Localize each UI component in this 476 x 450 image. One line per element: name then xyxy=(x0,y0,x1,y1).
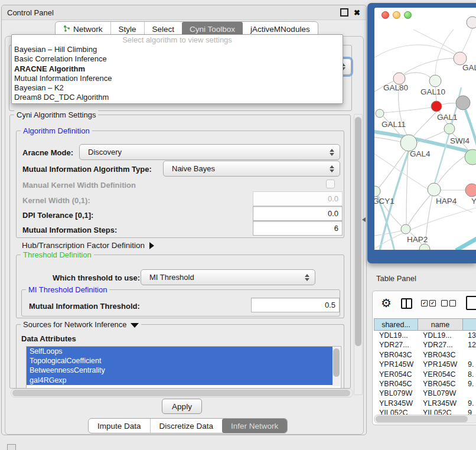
algorithm-item-mutual-information-inference[interactable]: Mutual Information Inference xyxy=(12,74,343,83)
node-gcy1[interactable] xyxy=(374,186,380,197)
algorithm-item-dream8-dc-tdc-algorithm[interactable]: Dream8 DC_TDC Algorithm xyxy=(12,93,343,102)
which-threshold-label: Which threshold to use: xyxy=(53,273,140,282)
network-edge[interactable] xyxy=(406,151,408,224)
apply-button[interactable]: Apply xyxy=(162,399,202,414)
kernel-width-label: Kernel Width (0,1): xyxy=(22,196,90,205)
sources-title[interactable]: Sources for Network Inference xyxy=(21,320,141,329)
mi-algorithm-type-combo[interactable]: Naive Bayes xyxy=(163,161,340,177)
table-cell: YDL19... xyxy=(374,331,418,340)
network-icon xyxy=(63,25,70,34)
kernel-width-field[interactable]: 0.0 xyxy=(253,191,343,206)
network-edge[interactable] xyxy=(413,112,436,136)
network-edge[interactable] xyxy=(404,58,455,74)
aracne-mode-combo[interactable]: Discovery xyxy=(79,144,340,160)
which-threshold-combo[interactable]: MI Threshold xyxy=(141,269,315,285)
table-horizontal-scrollbar[interactable] xyxy=(374,415,476,423)
algorithm-item-bayesian-k2[interactable]: Bayesian – K2 xyxy=(12,83,343,93)
algorithm-items: Bayesian – Hill ClimbingBasic Correlatio… xyxy=(12,45,343,103)
window-close-icon[interactable] xyxy=(382,11,389,19)
network-edge[interactable] xyxy=(374,45,455,64)
network-edge[interactable] xyxy=(461,28,472,54)
algorithm-item-bayesian-hill-climbing[interactable]: Bayesian – Hill Climbing xyxy=(12,45,343,54)
settings-horizontal-scrollbar[interactable] xyxy=(11,389,353,397)
tab-discretize-data[interactable]: Discretize Data xyxy=(150,419,223,433)
table-row[interactable]: YBR045CYBR045C9. xyxy=(374,379,476,389)
window-zoom-icon[interactable] xyxy=(404,11,412,19)
combo-arrows-icon xyxy=(305,274,309,281)
close-panel-icon[interactable]: ✖ xyxy=(354,9,360,17)
window-minimize-icon[interactable] xyxy=(393,11,400,19)
node-gal1[interactable] xyxy=(444,123,455,134)
node-gal11[interactable] xyxy=(376,109,384,118)
node-red[interactable] xyxy=(431,101,442,112)
node-partial-bottom[interactable] xyxy=(419,244,430,250)
attribute-betweennesscentrality[interactable]: BetweennessCentrality xyxy=(27,366,332,375)
table-panel-title: Table Panel xyxy=(376,274,416,283)
node-hap4[interactable] xyxy=(428,183,441,196)
table-cell: YBR043C xyxy=(418,350,462,360)
manual-kernel-width-checkbox[interactable] xyxy=(326,180,335,188)
network-edge[interactable] xyxy=(405,73,431,78)
algorithm-item-aracne-algorithm[interactable]: ARACNE Algorithm xyxy=(12,64,343,74)
data-attributes-list[interactable]: SelfLoopsTopologicalCoefficientBetweenne… xyxy=(26,346,341,389)
node-salmon[interactable] xyxy=(465,184,476,197)
node-hap2[interactable] xyxy=(401,224,410,234)
table-row[interactable]: YPR145WYPR145W9. xyxy=(374,360,476,369)
column-header-shared-[interactable]: shared... xyxy=(374,318,418,331)
minimized-panel-icon[interactable] xyxy=(7,444,16,450)
float-panel-icon[interactable] xyxy=(340,8,348,17)
dpi-tolerance-field[interactable]: 0.0 xyxy=(253,206,343,221)
columns-icon[interactable] xyxy=(401,298,412,309)
mi-threshold-field[interactable]: 0.5 xyxy=(251,298,340,312)
table-cell xyxy=(462,389,476,398)
splitter-collapse-icon[interactable] xyxy=(362,217,366,222)
table-row[interactable]: YBR043CYBR043C xyxy=(374,350,476,360)
algorithm-definition-title: Algorithm Definition xyxy=(21,126,92,135)
table-row[interactable]: YLR345WYLR345W9. xyxy=(374,399,476,408)
node-gal80[interactable] xyxy=(393,73,405,84)
attributes-scrollbar[interactable] xyxy=(332,347,340,386)
network-edge[interactable] xyxy=(374,171,395,250)
table-row[interactable]: YDR27...YDR27...12 xyxy=(374,340,476,350)
mi-threshold-label: Mutual Information Threshold: xyxy=(29,302,140,311)
network-edge[interactable] xyxy=(408,195,431,225)
table-cell: YER054C xyxy=(374,370,418,379)
network-canvas[interactable]: GALGAL80GAL10GAL11GAL1SWI4GAL4GCY1HAP4YH… xyxy=(374,8,476,250)
node-partial-top[interactable] xyxy=(467,17,476,28)
network-edge[interactable] xyxy=(413,30,460,56)
hub-definition-toggle[interactable]: Hub/Transcription Factor Definition xyxy=(22,241,154,250)
gear-icon[interactable]: ⚙ xyxy=(381,296,392,310)
export-table-icon[interactable] xyxy=(466,296,476,310)
node-gal-partial-label: GAL xyxy=(462,63,476,72)
node-gal80-label: GAL80 xyxy=(383,83,408,92)
table-cell: YBR045C xyxy=(374,379,418,389)
network-edge[interactable] xyxy=(456,239,476,250)
settings-vertical-scrollbar[interactable] xyxy=(354,114,363,395)
table-row[interactable]: YDL19...YDL19...13 xyxy=(374,331,476,340)
tab-impute-data[interactable]: Impute Data xyxy=(89,419,150,433)
algorithm-dropdown-popup: Select algorithm to view settings Bayesi… xyxy=(11,34,343,104)
attribute-gal4rgexp[interactable]: gal4RGexp xyxy=(27,376,332,385)
algorithm-item-basic-correlation-inference[interactable]: Basic Correlation Inference xyxy=(12,54,343,64)
node-gal10[interactable] xyxy=(429,75,441,87)
attribute-selfloops[interactable]: SelfLoops xyxy=(27,347,332,356)
control-panel-title: Control Panel xyxy=(2,8,54,17)
node-gray[interactable] xyxy=(456,96,470,110)
select-all-columns-icon[interactable]: ✓✓ xyxy=(421,300,436,306)
attribute-topologicalcoefficient[interactable]: TopologicalCoefficient xyxy=(27,356,332,366)
table-row[interactable]: YBL079WYBL079W xyxy=(374,389,476,398)
column-header-name[interactable]: name xyxy=(418,318,462,331)
table-cell: YDR27... xyxy=(418,340,462,350)
node-swi4-label: SWI4 xyxy=(450,136,470,145)
node-gal4[interactable] xyxy=(400,135,417,151)
network-view-frame: GALGAL80GAL10GAL11GAL1SWI4GAL4GCY1HAP4YH… xyxy=(367,3,476,263)
unselect-all-columns-icon[interactable] xyxy=(441,300,456,306)
network-edge[interactable] xyxy=(384,107,431,113)
tab-infer-network[interactable]: Infer Network xyxy=(222,419,287,433)
network-edge[interactable] xyxy=(442,103,456,105)
table-header-row: shared...nameA xyxy=(374,318,476,331)
mi-steps-field[interactable]: 6 xyxy=(253,221,343,236)
table-cell: YPR145W xyxy=(374,360,418,369)
column-header-a[interactable]: A xyxy=(462,318,476,331)
table-row[interactable]: YER054CYER054C8. xyxy=(374,370,476,379)
